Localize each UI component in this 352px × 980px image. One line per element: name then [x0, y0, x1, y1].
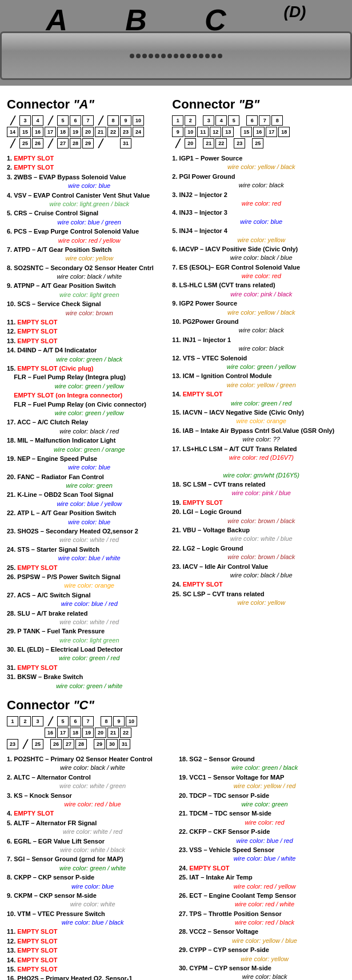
- connector-c-title: Connector "C": [7, 698, 345, 713]
- pin-27: 27: [57, 138, 69, 148]
- list-item: 21. VBU – Voltage Backup wire color: whi…: [172, 526, 345, 544]
- list-item: 5. CRS – Cruise Control Signal wire colo…: [7, 209, 166, 227]
- list-item: 17. LS+HLC LSM – A/T CUT Trans Related w…: [172, 445, 345, 480]
- list-item: 14. D4IND – A/T D4 Indicatator wire colo…: [7, 346, 166, 364]
- list-item: 2. ALTC – Alternator Control wire color:…: [7, 773, 173, 791]
- list-item: 25. SC LSP – CVT trans related wire colo…: [172, 590, 345, 608]
- pin-c28: 28: [75, 739, 87, 749]
- list-item: 16. PHO2S – Primary Heated O2, Sensor-1 …: [7, 974, 173, 980]
- connector-b-letter: "B": [238, 97, 259, 111]
- list-item: 29. CYPP – CYP sensor P-side wire color:…: [179, 946, 345, 963]
- pin-slash: ╱: [7, 115, 18, 126]
- list-item: 9. ATPNP – A/T Gear Position Switch wire…: [7, 282, 166, 299]
- list-item: 13. ICM – Ignition Control Module wire c…: [172, 372, 345, 389]
- pin-17: 17: [45, 127, 56, 137]
- connector-photo: [0, 31, 352, 80]
- connector-a-list: 1. EMPTY SLOT 2. EMPTY SLOT 3. 2WBS – EV…: [7, 154, 166, 690]
- list-item: 11. INJ1 – Injector 1 wire color: black: [172, 336, 345, 354]
- list-item: 9. CKPM – CKP sensor M-side wire color: …: [7, 891, 173, 909]
- pin-b18: 18: [278, 127, 290, 137]
- pin-slash4: ╱: [7, 138, 18, 148]
- pin-24: 24: [133, 127, 144, 137]
- list-item: 18. SG2 – Sensor Ground wire color: gree…: [179, 755, 345, 773]
- pin-31: 31: [120, 138, 131, 148]
- connector-c-list-right: 18. SG2 – Sensor Ground wire color: gree…: [179, 755, 345, 980]
- pin-gap5: [228, 138, 233, 148]
- letter-d: (D): [284, 3, 306, 37]
- main-content: Connector "A" ╱ 3 4 ╱ 5 6 7 ╱ 8 9 10: [0, 86, 352, 980]
- pin-b9: 9: [172, 127, 183, 137]
- list-item: 3. 2WBS – EVAP Bypass Solenoid Value wir…: [7, 173, 166, 191]
- pin-c3: 3: [32, 716, 43, 726]
- pin-4: 4: [32, 115, 43, 126]
- list-item: 22. LG2 – Logic Ground wire color: brown…: [172, 544, 345, 562]
- pin-c17: 17: [57, 728, 69, 738]
- list-item: 10. PG2Power Ground wire color: black: [172, 318, 345, 335]
- pin-b17: 17: [266, 127, 277, 137]
- pin-c31: 31: [119, 739, 130, 749]
- connector-b-grid: 1 2 3 4 5 6 7 8 9 10 11 12 13: [172, 115, 345, 148]
- list-item: 7. ES (ESOL)– EGR Control Solenoid Value…: [172, 263, 345, 281]
- list-item: 1. IGP1 – Power Source wire color: yello…: [172, 154, 345, 172]
- list-item: 29. P TANK – Fuel Tank Pressure wire col…: [7, 627, 166, 645]
- list-item: 4. INJ3 – Injector 3 wire color: blue: [172, 208, 345, 226]
- pin-c23: 23: [7, 739, 18, 749]
- pin-gap: [197, 115, 202, 126]
- connector-c-grid: 1 2 3 ╱ 5 6 7 8 9 10 16 17 18 19 20: [7, 716, 345, 749]
- pin-b2: 2: [185, 115, 196, 126]
- pin-b10: 10: [185, 127, 196, 137]
- connector-c-left-items: 1. PO2SHTC – Primary O2 Sensor Heater Co…: [7, 755, 173, 980]
- list-item: 8. LS-HLC LSM (CVT trans related) wire c…: [172, 281, 345, 299]
- list-item: 15. EMPTY SLOT (Civic plug) FLR – Fuel P…: [7, 364, 166, 391]
- list-item: 6. EGRL – EGR Value Lift Sensor wire col…: [7, 837, 173, 855]
- connector-a-letter: "A": [73, 97, 94, 111]
- pin-c21: 21: [107, 728, 119, 738]
- pin-c7: 7: [82, 716, 94, 726]
- list-item: 25. EMPTY SLOT: [7, 564, 166, 572]
- pin-c-slash2: ╱: [19, 739, 31, 749]
- pin-14: 14: [7, 127, 18, 137]
- list-item: 28. VCC2 – Sensor Voltage wire color: ye…: [179, 927, 345, 945]
- pin-c2: 2: [19, 716, 31, 726]
- list-item: 27. ACS – A/C Switch Signal wire color: …: [7, 591, 166, 609]
- list-item: 16. IAB – Intake Air Bypass Cntrl Sol.Va…: [172, 427, 345, 444]
- list-item: 19. NEP – Engine Speed Pulse wire color:…: [7, 455, 166, 472]
- list-item: 22. ATP L – A/T Gear Position Switch wir…: [7, 509, 166, 527]
- pin-5: 5: [57, 115, 69, 126]
- pin-c22: 22: [120, 728, 131, 738]
- letter-c: C: [205, 3, 226, 37]
- connector-c-right-items: 18. SG2 – Sensor Ground wire color: gree…: [179, 755, 345, 980]
- list-item: 10. VTM – VTEC Pressure Switch wire colo…: [7, 910, 173, 927]
- list-item: EMPTY SLOT (on Integra connector) FLR – …: [7, 391, 166, 417]
- pin-22: 22: [107, 127, 119, 137]
- list-item: 28. SLU – A/T brake related wire color: …: [7, 609, 166, 627]
- pin-b11: 11: [197, 127, 209, 137]
- list-item: 27. TPS – Throttle Position Sensor wire …: [179, 910, 345, 927]
- pin-6: 6: [70, 115, 81, 126]
- pin-c8: 8: [101, 716, 112, 726]
- pin-b20: 20: [185, 138, 196, 148]
- pin-c19: 19: [82, 728, 94, 738]
- list-item: 19. EMPTY SLOT: [172, 499, 345, 507]
- pin-c26: 26: [50, 739, 62, 749]
- list-item: 21. K-Line – OBD2 Scan Tool Signal wire …: [7, 491, 166, 508]
- list-item: 12. EMPTY SLOT: [7, 327, 166, 336]
- list-item: 6. PCS – Evap Purge Control Solenoid Val…: [7, 227, 166, 245]
- connector-b-section: Connector "B" 1 2 3 4 5 6 7 8 9: [172, 90, 345, 691]
- pin-gap6: [246, 138, 251, 148]
- pin-slash-b: ╱: [172, 138, 183, 148]
- pin-c-gap2: [45, 739, 49, 749]
- list-item: 14. EMPTY SLOT: [7, 956, 173, 965]
- pin-c1: 1: [7, 716, 18, 726]
- list-item: 2. PGI Power Ground wire color: black: [172, 172, 345, 190]
- list-item: 20. LGI – Logic Ground wire color: brown…: [172, 508, 345, 525]
- list-item: 5. ALTF – Alternator FR Signal wire colo…: [7, 819, 173, 837]
- list-item: 1. PO2SHTC – Primary O2 Sensor Heater Co…: [7, 755, 173, 773]
- connector-c-lists: 1. PO2SHTC – Primary O2 Sensor Heater Co…: [7, 755, 345, 980]
- list-item: 23. SHO2S – Secondary Heated O2,sensor 2…: [7, 527, 166, 545]
- pin-b7: 7: [259, 115, 270, 126]
- pin-b25: 25: [252, 138, 263, 148]
- pin-10: 10: [133, 115, 144, 126]
- pin-slash3: ╱: [95, 115, 106, 126]
- pin-15: 15: [19, 127, 31, 137]
